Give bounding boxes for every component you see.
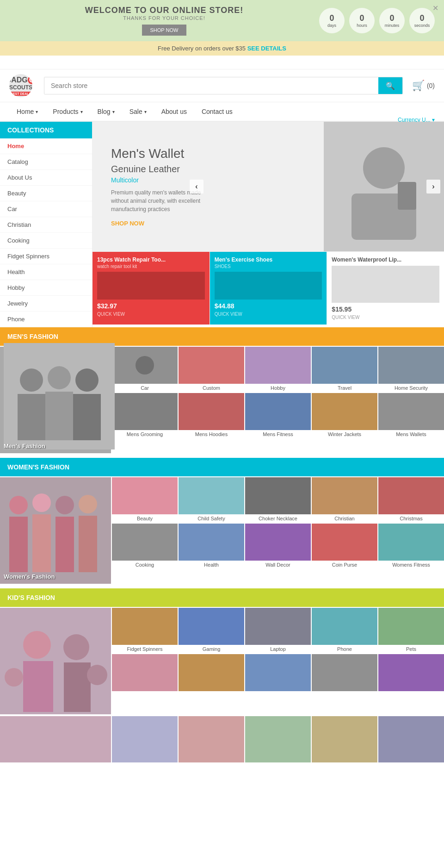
product-price-0: $32.97 xyxy=(97,302,205,310)
kids-cat-phone[interactable]: Phone xyxy=(312,608,377,653)
kids-extra-cat3[interactable] xyxy=(245,716,311,762)
mens-cat-hobby-label: Hobby xyxy=(245,384,311,392)
womens-fashion-main[interactable]: Women's Fashion xyxy=(0,477,111,584)
nav-products[interactable]: Products ▾ xyxy=(45,102,90,121)
womens-cat-cooking[interactable]: Cooking xyxy=(112,524,178,569)
womens-cat-choker-label: Choker Necklace xyxy=(245,514,311,523)
kids-fashion-main[interactable] xyxy=(0,608,111,714)
svg-rect-50 xyxy=(245,608,311,645)
womens-cat-cooking-label: Cooking xyxy=(112,561,178,569)
mens-cat-winter-img xyxy=(312,393,377,430)
nav-about[interactable]: About us xyxy=(154,102,194,121)
kids-extra-cat4[interactable] xyxy=(312,716,377,762)
kids-cat-b4-img xyxy=(312,654,377,691)
kids-extra-main xyxy=(0,716,111,762)
kids-cat-b4[interactable] xyxy=(312,654,377,694)
kids-fashion-grid: Fidget Spinners Gaming Laptop xyxy=(0,607,444,715)
slider-next-button[interactable]: › xyxy=(426,180,440,194)
womens-cat-wall-decor[interactable]: Wall Decor xyxy=(245,524,311,569)
womens-cat-child-safety[interactable]: Child Safety xyxy=(179,477,244,523)
sidebar-item-christian[interactable]: Christian xyxy=(0,217,92,233)
svg-rect-38 xyxy=(245,524,311,561)
mens-cat-home-security-img xyxy=(378,347,444,384)
mens-cat-winter[interactable]: Winter Jackets xyxy=(312,393,377,438)
sidebar-item-fidget[interactable]: Fidget Spinners xyxy=(0,249,92,264)
mens-cat-travel-label: Travel xyxy=(312,384,377,392)
svg-rect-31 xyxy=(112,477,178,514)
product-quick-0[interactable]: QUICK VIEW xyxy=(97,312,205,317)
kids-extra-cat5[interactable] xyxy=(378,716,444,762)
sidebar-item-health[interactable]: Health xyxy=(0,264,92,280)
countdown-days: 0days xyxy=(319,8,345,33)
svg-rect-43 xyxy=(23,661,53,712)
mens-cat-wallets[interactable]: Mens Wallets xyxy=(378,393,444,438)
sidebar-item-hobby[interactable]: Hobby xyxy=(0,280,92,296)
sidebar-item-car[interactable]: Car xyxy=(0,201,92,217)
mens-cat-car[interactable]: Car xyxy=(112,347,178,392)
womens-cat-health[interactable]: Health xyxy=(179,524,244,569)
close-banner-button[interactable]: ✕ xyxy=(432,4,438,12)
nav-contact[interactable]: Contact us xyxy=(194,102,240,121)
product-card-0[interactable]: 13pcs Watch Repair Too... watch repair t… xyxy=(92,252,210,325)
product-label-2: Women's Waterproof Lip... xyxy=(332,256,439,263)
mens-cat-custom[interactable]: Custom xyxy=(179,347,244,392)
product-card-2[interactable]: Women's Waterproof Lip... $15.95 QUICK V… xyxy=(327,252,444,325)
nav-sale[interactable]: Sale ▾ xyxy=(122,102,154,121)
kids-extra-cat2[interactable] xyxy=(179,716,244,762)
cart-icon[interactable]: 🛒 (0) xyxy=(412,80,435,92)
mens-fashion-main[interactable]: Men's Fashion xyxy=(0,347,111,453)
sidebar-item-about-us[interactable]: About Us xyxy=(0,170,92,186)
kids-cat-b1[interactable] xyxy=(112,654,178,694)
search-button[interactable]: 🔍 xyxy=(378,77,402,94)
kids-cat-b2[interactable] xyxy=(179,654,244,694)
svg-rect-24 xyxy=(9,517,28,572)
svg-point-25 xyxy=(32,493,51,512)
mens-cat-fitness[interactable]: Mens Fitness xyxy=(245,393,311,438)
mens-cat-travel[interactable]: Travel xyxy=(312,347,377,392)
mens-cat-home-security[interactable]: Home Security xyxy=(378,347,444,392)
nav-blog[interactable]: Blog ▾ xyxy=(90,102,122,121)
search-input[interactable] xyxy=(44,77,378,94)
sidebar-item-phone[interactable]: Phone xyxy=(0,312,92,327)
mens-cat-hobby[interactable]: Hobby xyxy=(245,347,311,392)
hero-shop-now[interactable]: SHOP NOW xyxy=(111,220,305,227)
sidebar-item-home[interactable]: Home xyxy=(0,138,92,154)
sidebar-item-jewelry[interactable]: Jewelry xyxy=(0,296,92,312)
shop-now-button[interactable]: SHOP NOW xyxy=(142,25,187,36)
kids-cat-b5-img xyxy=(378,654,444,691)
sidebar-item-beauty[interactable]: Beauty xyxy=(0,186,92,201)
mens-cat-grooming[interactable]: Mens Grooming xyxy=(112,393,178,438)
womens-cat-christian[interactable]: Christian xyxy=(312,477,377,523)
nav-home[interactable]: Home ▾ xyxy=(9,102,45,121)
kids-cat-laptop[interactable]: Laptop xyxy=(245,608,311,653)
womens-fashion-grid: Women's Fashion Beauty Child Safety xyxy=(0,476,444,585)
kids-extra-cat1[interactable] xyxy=(112,716,178,762)
product-card-1[interactable]: Men's Exercise Shoes SHOES $44.88 QUICK … xyxy=(210,252,327,325)
sidebar-item-catalog[interactable]: Catalog xyxy=(0,154,92,170)
see-details-link[interactable]: SEE DETAILS xyxy=(247,45,286,52)
product-quick-1[interactable]: QUICK VIEW xyxy=(215,312,322,317)
kids-cat-gaming[interactable]: Gaming xyxy=(179,608,244,653)
svg-rect-55 xyxy=(245,654,311,691)
womens-cat-fitness-label: Womens Fitness xyxy=(378,561,444,569)
logo[interactable]: GADGO SCOUTS BEST DEALS xyxy=(9,74,35,97)
womens-cat-christmas[interactable]: Christmas xyxy=(378,477,444,523)
kids-fashion-header: Kid's Fashion xyxy=(0,588,444,607)
womens-cat-beauty[interactable]: Beauty xyxy=(112,477,178,523)
womens-cat-fitness[interactable]: Womens Fitness xyxy=(378,524,444,569)
womens-cat-choker[interactable]: Choker Necklace xyxy=(245,477,311,523)
sidebar-item-cooking[interactable]: Cooking xyxy=(0,233,92,249)
womens-category-rows: Beauty Child Safety Choker Necklace xyxy=(112,477,444,584)
mens-cat-hoodies[interactable]: Mens Hoodies xyxy=(179,393,244,438)
product-img-2 xyxy=(332,266,439,303)
svg-rect-58 xyxy=(0,716,111,762)
womens-cat-coin-purse[interactable]: Coin Purse xyxy=(312,524,377,569)
kids-cat-fidget[interactable]: Fidget Spinners xyxy=(112,608,178,653)
slider-prev-button[interactable]: ‹ xyxy=(190,180,204,194)
kids-cat-b3[interactable] xyxy=(245,654,311,694)
kids-cat-pets[interactable]: Pets xyxy=(378,608,444,653)
womens-cat-coin-purse-label: Coin Purse xyxy=(312,561,377,569)
kids-cat-b5[interactable] xyxy=(378,654,444,694)
svg-rect-26 xyxy=(32,514,51,572)
product-quick-2[interactable]: QUICK VIEW xyxy=(332,315,439,320)
